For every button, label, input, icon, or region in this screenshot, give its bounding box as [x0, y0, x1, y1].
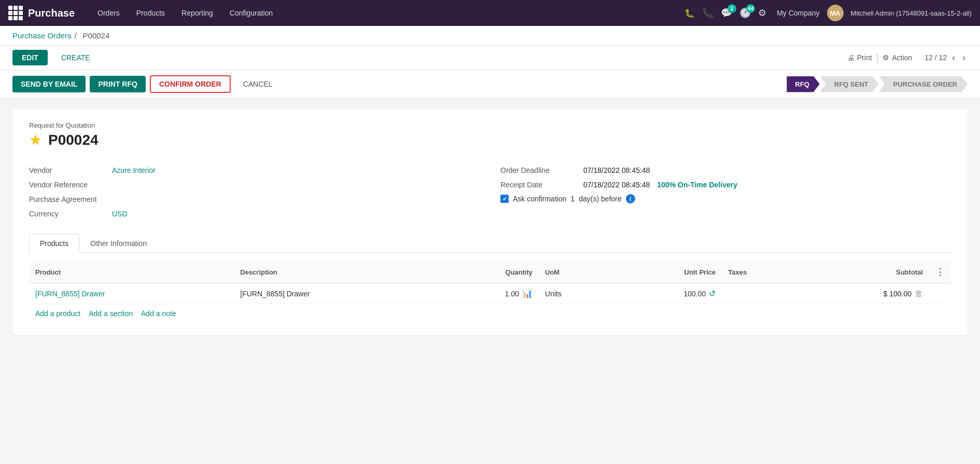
order-deadline-value[interactable]: 07/18/2022 08:45:48 — [583, 166, 650, 174]
vendor-value[interactable]: Azure Interior — [112, 166, 156, 174]
purchase-agreement-label: Purchase Agreement — [29, 195, 112, 203]
menu-orders[interactable]: Orders — [90, 6, 127, 20]
ask-confirmation-label: Ask confirmation — [513, 195, 566, 203]
currency-value[interactable]: USD — [112, 210, 128, 218]
row-quantity: 1.00 📊 — [439, 283, 539, 304]
company-name[interactable]: My Company — [777, 9, 819, 17]
status-purchase-order[interactable]: PURCHASE ORDER — [878, 76, 968, 92]
col-header-product: Product — [29, 261, 234, 283]
edit-button[interactable]: EDIT — [12, 50, 48, 65]
forecast-icon[interactable]: 📊 — [522, 289, 533, 298]
receipt-date-row: Receipt Date 07/18/2022 08:45:48 100% On… — [500, 178, 951, 192]
brand-name[interactable]: Purchase — [28, 7, 75, 19]
apps-grid-icon[interactable] — [8, 6, 23, 20]
add-section-link[interactable]: Add a section — [89, 309, 133, 318]
ask-confirmation-days: 1 — [570, 195, 575, 203]
status-pipeline: RFQ RFQ SENT PURCHASE ORDER — [787, 76, 968, 92]
debug-icon[interactable]: 🐛 — [684, 8, 695, 18]
separator: | — [876, 52, 879, 63]
tab-other-information[interactable]: Other Information — [79, 234, 158, 253]
currency-row: Currency USD — [29, 207, 480, 221]
receipt-date-value: 07/18/2022 08:45:48 — [583, 181, 650, 189]
breadcrumb-separator: / — [74, 31, 76, 40]
tabs: Products Other Information — [29, 234, 951, 253]
create-button[interactable]: CREATE — [52, 50, 100, 65]
row-product[interactable]: [FURN_8855] Drawer — [29, 283, 234, 304]
activity-badge: 44 — [746, 4, 755, 13]
info-icon[interactable]: i — [626, 194, 635, 203]
status-rfq-sent[interactable]: RFQ SENT — [820, 76, 879, 92]
row-unit-price: 100.00 ↺ — [611, 283, 722, 304]
print-button[interactable]: 🖨 Print — [847, 53, 872, 62]
purchase-agreement-row: Purchase Agreement — [29, 192, 480, 207]
order-deadline-row: Order Deadline 07/18/2022 08:45:48 — [500, 163, 951, 178]
vendor-ref-label: Vendor Reference — [29, 181, 112, 189]
add-product-link[interactable]: Add a product — [35, 309, 80, 318]
col-header-subtotal: Subtotal — [800, 261, 930, 283]
activity-icon[interactable]: 🕐 44 — [739, 7, 751, 19]
col-header-description: Description — [234, 261, 439, 283]
on-time-delivery[interactable]: 100% On-Time Delivery — [657, 181, 737, 189]
printer-icon: 🖨 — [847, 53, 855, 62]
menu-products[interactable]: Products — [129, 6, 172, 20]
action-button[interactable]: ⚙ Action — [883, 53, 912, 62]
breadcrumb-parent[interactable]: Purchase Orders — [12, 31, 71, 40]
vendor-ref-row: Vendor Reference — [29, 178, 480, 192]
top-menu: Orders Products Reporting Configuration — [90, 6, 684, 20]
user-avatar[interactable]: MA — [827, 5, 844, 21]
receipt-date-label: Receipt Date — [500, 181, 583, 189]
cancel-button[interactable]: CANCEL — [235, 76, 281, 92]
form-fields: Vendor Azure Interior Vendor Reference P… — [29, 163, 951, 221]
menu-reporting[interactable]: Reporting — [174, 6, 220, 20]
next-button[interactable]: › — [960, 52, 968, 63]
col-header-unit-price: Unit Price — [611, 261, 722, 283]
status-rfq[interactable]: RFQ — [787, 76, 819, 92]
top-navigation: Purchase Orders Products Reporting Confi… — [0, 0, 980, 26]
star-icon[interactable]: ★ — [29, 131, 42, 148]
document-subtitle: Request for Quotation — [29, 121, 951, 129]
document-card: Request for Quotation ★ P00024 Vendor Az… — [12, 109, 968, 335]
action-bar: EDIT CREATE 🖨 Print | ⚙ Action 12 / 12 ‹… — [0, 46, 980, 70]
workflow-bar: SEND BY EMAIL PRINT RFQ CONFIRM ORDER CA… — [0, 70, 980, 99]
topnav-right: 🐛 📞 💬 2 🕐 44 ⚙ My Company MA Mitchell Ad… — [684, 5, 972, 21]
col-header-taxes: Taxes — [722, 261, 799, 283]
main-content: Request for Quotation ★ P00024 Vendor Az… — [0, 99, 980, 346]
row-description: [FURN_8855] Drawer — [234, 283, 439, 304]
add-links: Add a product Add a section Add a note — [29, 304, 951, 323]
breadcrumb-current: P00024 — [83, 31, 110, 40]
chat-badge: 2 — [727, 4, 736, 13]
pagination: 12 / 12 ‹ › — [925, 52, 968, 63]
print-rfq-button[interactable]: PRINT RFQ — [90, 76, 145, 92]
chat-icon[interactable]: 💬 2 — [721, 7, 732, 19]
order-deadline-label: Order Deadline — [500, 166, 583, 174]
breadcrumb: Purchase Orders / P00024 — [0, 26, 980, 46]
tab-products[interactable]: Products — [29, 234, 79, 253]
row-taxes — [722, 283, 799, 304]
row-subtotal: $ 100.00 🗑 — [800, 283, 930, 304]
username: Mitchell Admin (17548091-saas-15-2-all) — [851, 9, 972, 17]
confirm-order-button[interactable]: CONFIRM ORDER — [150, 75, 231, 93]
phone-icon[interactable]: 📞 — [702, 7, 713, 19]
delete-row-icon[interactable]: 🗑 — [915, 289, 923, 298]
document-title-row: ★ P00024 — [29, 131, 951, 148]
order-number: P00024 — [48, 132, 99, 148]
add-note-link[interactable]: Add a note — [141, 309, 176, 318]
settings-icon[interactable]: ⚙ — [758, 7, 766, 19]
ask-confirmation-checkbox[interactable] — [500, 195, 509, 203]
col-header-uom: UoM — [539, 261, 611, 283]
currency-label: Currency — [29, 210, 112, 218]
table-more-icon[interactable]: ⋮ — [935, 267, 945, 277]
table-row: [FURN_8855] Drawer [FURN_8855] Drawer 1.… — [29, 283, 951, 304]
table-header-row: Product Description Quantity UoM Unit Pr… — [29, 261, 951, 283]
ask-confirmation-suffix: day(s) before — [579, 195, 621, 203]
reset-price-icon[interactable]: ↺ — [709, 289, 716, 298]
col-header-quantity: Quantity — [439, 261, 539, 283]
ask-confirmation-row: Ask confirmation 1 day(s) before i — [500, 194, 951, 203]
vendor-row: Vendor Azure Interior — [29, 163, 480, 178]
vendor-label: Vendor — [29, 166, 112, 174]
row-uom[interactable]: Units — [539, 283, 611, 304]
menu-configuration[interactable]: Configuration — [222, 6, 280, 20]
send-email-button[interactable]: SEND BY EMAIL — [12, 76, 86, 92]
prev-button[interactable]: ‹ — [950, 52, 957, 63]
gear-icon: ⚙ — [883, 53, 889, 62]
